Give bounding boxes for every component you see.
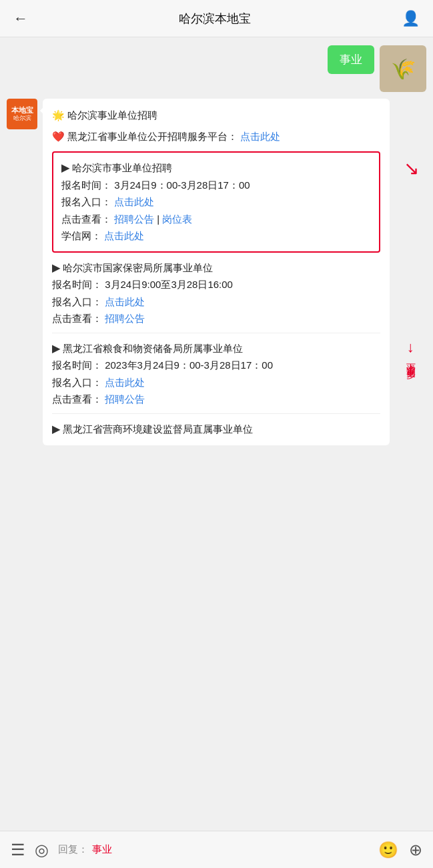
item-3-view-link1[interactable]: 招聘公告 bbox=[105, 393, 145, 405]
item-2-time-value: 3月24日9:00至3月28日16:00 bbox=[105, 279, 233, 290]
reply-label: 回复： bbox=[58, 843, 88, 856]
menu-icon[interactable]: ☰ bbox=[11, 841, 25, 859]
item-4-box: ▶ 黑龙江省营商环境建设监督局直属事业单位 bbox=[52, 421, 380, 438]
item-2-time-label: 报名时间： bbox=[52, 279, 102, 290]
item-3-box: ▶ 黑龙江省粮食和物资储备局所属事业单位 报名时间： 2023年3月24日9：0… bbox=[52, 340, 380, 414]
item-2-entry-label: 报名入口： bbox=[52, 296, 102, 307]
chat-area: 事业 🌾 本地宝 哈尔滨 🌟 哈尔滨事业单位招聘 ❤️ 黑龙江省事业 bbox=[0, 37, 433, 831]
item-1-view-label: 点击查看： bbox=[61, 213, 111, 225]
item-2-entry-link[interactable]: 点击此处 bbox=[105, 296, 145, 307]
thumb-image: 🌾 bbox=[380, 45, 426, 92]
item-1-time-value: 3月24日9：00-3月28日17：00 bbox=[114, 179, 250, 191]
message-title: 哈尔滨事业单位招聘 bbox=[67, 109, 157, 121]
item-3-entry-link[interactable]: 点击此处 bbox=[105, 377, 145, 388]
reply-value: 事业 bbox=[92, 843, 112, 856]
scroll-arrow: ↓ bbox=[407, 340, 414, 355]
item-1-box: ▶ 哈尔滨市事业单位招聘 报名时间： 3月24日9：00-3月28日17：00 … bbox=[52, 151, 380, 253]
item-1-view-link1[interactable]: 招聘公告 bbox=[114, 213, 154, 225]
avatar-line1: 本地宝 bbox=[11, 105, 33, 115]
top-right-area: 事业 🌾 bbox=[7, 45, 426, 92]
heart-emoji: ❤️ bbox=[52, 131, 65, 142]
item-1-view-link2[interactable]: 岗位表 bbox=[162, 213, 192, 225]
event-tag[interactable]: 事业 bbox=[328, 45, 374, 74]
item-2-view-link1[interactable]: 招聘公告 bbox=[105, 313, 145, 324]
annotation-arrow: ↘ bbox=[404, 159, 419, 178]
bottom-bar: ☰ ◎ 回复： 事业 🙂 ⊕ bbox=[0, 831, 433, 868]
bot-message-row: 本地宝 哈尔滨 🌟 哈尔滨事业单位招聘 ❤️ 黑龙江省事业单位公开招聘服务平台：… bbox=[7, 99, 426, 445]
title-emoji: 🌟 bbox=[52, 109, 65, 121]
item-4-name: 黑龙江省营商环境建设监督局直属事业单位 bbox=[63, 423, 253, 435]
arrow-icon-3: ▶ bbox=[52, 343, 60, 354]
arrow-icon-2: ▶ bbox=[52, 262, 60, 273]
bot-avatar: 本地宝 哈尔滨 bbox=[7, 99, 37, 129]
item-2-view-label: 点击查看： bbox=[52, 313, 102, 324]
item-2-name: 哈尔滨市国家保密局所属事业单位 bbox=[63, 262, 213, 273]
item-1-extra-link[interactable]: 点击此处 bbox=[104, 230, 144, 241]
bottom-right-icons: 🙂 ⊕ bbox=[378, 841, 422, 859]
arrow-icon-4: ▶ bbox=[52, 423, 60, 435]
item-1-extra-label: 学信网： bbox=[61, 230, 101, 241]
header-title: 哈尔滨本地宝 bbox=[179, 11, 251, 27]
reply-area[interactable]: 回复： 事业 bbox=[58, 843, 369, 856]
item-3-time-value: 2023年3月24日9：00-3月28日17：00 bbox=[105, 359, 273, 371]
mic-icon[interactable]: ◎ bbox=[35, 841, 49, 859]
item-1-view-sep: | bbox=[157, 213, 159, 225]
item-1-entry-link[interactable]: 点击此处 bbox=[114, 196, 154, 207]
service-link[interactable]: 点击此处 bbox=[240, 131, 280, 142]
item-3-entry-label: 报名入口： bbox=[52, 377, 102, 388]
item-3-view-label: 点击查看： bbox=[52, 393, 102, 405]
item-1-time-label: 报名时间： bbox=[61, 179, 111, 191]
emoji-icon[interactable]: 🙂 bbox=[378, 841, 398, 859]
profile-icon[interactable]: 👤 bbox=[402, 10, 420, 27]
scroll-annotation-text: 下滑查询更多 bbox=[404, 356, 417, 364]
header: ← 哈尔滨本地宝 👤 bbox=[0, 0, 433, 37]
message-bubble: 🌟 哈尔滨事业单位招聘 ❤️ 黑龙江省事业单位公开招聘服务平台： 点击此处 ▶ … bbox=[43, 99, 390, 445]
add-icon[interactable]: ⊕ bbox=[409, 841, 422, 859]
arrow-icon-1: ▶ bbox=[61, 162, 69, 173]
item-3-name: 黑龙江省粮食和物资储备局所属事业单位 bbox=[63, 343, 243, 354]
back-button[interactable]: ← bbox=[13, 10, 28, 27]
item-1-entry-label: 报名入口： bbox=[61, 196, 111, 207]
item-3-time-label: 报名时间： bbox=[52, 359, 102, 371]
item-1-name: 哈尔滨市事业单位招聘 bbox=[72, 162, 172, 173]
avatar-line2: 哈尔滨 bbox=[13, 115, 31, 123]
item-2-box: ▶ 哈尔滨市国家保密局所属事业单位 报名时间： 3月24日9:00至3月28日1… bbox=[52, 259, 380, 333]
service-text: 黑龙江省事业单位公开招聘服务平台： bbox=[67, 131, 238, 142]
